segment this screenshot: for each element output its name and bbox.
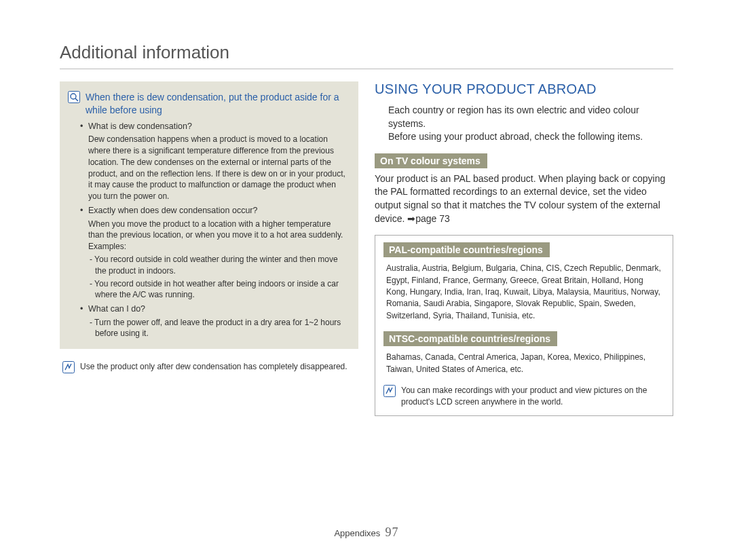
left-note: Use the product only after dew condensat… (60, 361, 358, 373)
sec2-body: Australia, Austria, Belgium, Bulgaria, C… (383, 263, 664, 322)
footer-section: Appendixes (334, 528, 380, 538)
q1: What is dew condensation? (88, 122, 192, 131)
dew-callout-box: When there is dew condensation, put the … (60, 81, 358, 349)
sec1-label: On TV colour systems (375, 153, 487, 168)
right-intro: Each country or region has its own elect… (375, 104, 673, 144)
sec2-label: PAL-compatible countries/regions (383, 242, 550, 257)
sec1-body: Your product is an PAL based product. Wh… (375, 172, 673, 225)
left-column: When there is dew condensation, put the … (60, 81, 358, 416)
right-column: USING YOUR PRODUCT ABROAD Each country o… (375, 81, 673, 416)
q2: Exactly when does dew condensation occur… (88, 206, 257, 215)
a3: - Turn the power off, and leave the prod… (88, 317, 347, 340)
page-footer: Appendixes 97 (0, 525, 733, 540)
note-icon (62, 361, 75, 373)
a2: When you move the product to a location … (88, 219, 347, 253)
left-note-text: Use the product only after dew condensat… (80, 361, 347, 373)
a1: Dew condensation happens when a product … (88, 134, 347, 202)
note-icon (383, 385, 396, 397)
callout-title: When there is dew condensation, put the … (86, 91, 347, 117)
sec3-label: NTSC-compatible countries/regions (383, 331, 557, 346)
magnifier-icon (68, 91, 80, 103)
footer-page-number: 97 (386, 525, 399, 539)
a2-sub1: - You record outside in cold weather dur… (88, 254, 347, 277)
right-note: You can make recordings with your produc… (383, 385, 664, 408)
page-title: Additional information (60, 42, 673, 69)
intro-line1: Each country or region has its own elect… (388, 104, 673, 130)
sec3-body: Bahamas, Canada, Central America, Japan,… (383, 352, 664, 375)
a2-sub2: - You record outside in hot weather afte… (88, 278, 347, 301)
sec1-body-b: page 73 (415, 213, 450, 224)
intro-line2: Before using your product abroad, check … (388, 130, 673, 144)
right-note-text: You can make recordings with your produc… (401, 385, 664, 408)
right-heading: USING YOUR PRODUCT ABROAD (375, 81, 673, 97)
arrow-icon: ➡ (407, 213, 415, 224)
q3: What can I do? (88, 304, 145, 314)
content-columns: When there is dew condensation, put the … (60, 81, 673, 416)
compat-box: PAL-compatible countries/regions Austral… (375, 235, 673, 416)
